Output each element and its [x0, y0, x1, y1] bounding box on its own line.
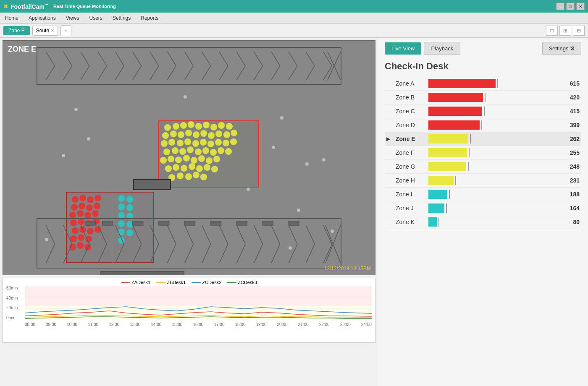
svg-line-11 [133, 66, 142, 80]
svg-rect-174 [236, 221, 247, 225]
svg-point-46 [170, 130, 177, 137]
menu-reports[interactable]: Reports [139, 14, 160, 22]
menu-views[interactable]: Views [64, 14, 81, 22]
tab-south[interactable]: South ✕ [32, 26, 58, 36]
zone-row-zonef[interactable]: Zone F255 [385, 146, 581, 160]
svg-point-102 [69, 212, 76, 219]
svg-line-138 [98, 225, 107, 244]
svg-point-63 [223, 140, 229, 146]
zone-bar-1 [428, 93, 483, 102]
svg-point-48 [185, 130, 192, 136]
zone-row-zonek[interactable]: Zone K80 [385, 215, 581, 229]
svg-point-64 [230, 138, 237, 145]
zone-row-zoned[interactable]: Zone D399 [385, 118, 581, 132]
legend-zcdesk3: ZCDesk3 [227, 280, 257, 285]
settings-button[interactable]: Settings ⚙ [542, 42, 581, 55]
y-label-40: 40min [6, 296, 25, 300]
zone-bar-container-8 [428, 190, 559, 199]
svg-line-135 [63, 244, 72, 263]
bottom-rect [100, 271, 184, 275]
view-grid3-button[interactable]: ⊟ [573, 26, 585, 36]
zone-row-zonee[interactable]: ▶Zone E262 [385, 132, 581, 146]
menubar: Home Applications Views Users Settings R… [0, 13, 588, 23]
app-logo: ✖ [3, 3, 8, 10]
zone-divider-4 [470, 134, 471, 143]
floormap-label: ZONE E [8, 45, 36, 54]
zone-row-zoneh[interactable]: Zone H231 [385, 174, 581, 188]
zone-name-4: Zone E [396, 136, 425, 142]
zone-row-zonei[interactable]: Zone I188 [385, 188, 581, 201]
main-content: ZONE E 13/12/2018 13:15PM ZADesk1 ZBDesk… [0, 38, 588, 386]
svg-point-47 [178, 131, 184, 138]
svg-line-144 [150, 225, 159, 244]
add-tab-button[interactable]: + [60, 25, 71, 36]
x-label-21: 21:00 [298, 322, 309, 327]
minimize-button[interactable]: — [556, 3, 564, 10]
legend-zadesk1: ZADesk1 [121, 280, 150, 285]
person-dot [297, 209, 300, 212]
svg-point-98 [71, 204, 78, 211]
chart-area: ZADesk1 ZBDesk1 ZCDesk2 ZCDesk3 60min [3, 278, 375, 343]
svg-point-96 [87, 196, 94, 203]
svg-point-37 [173, 123, 179, 130]
person-dot [272, 146, 275, 149]
svg-point-100 [86, 204, 93, 211]
svg-point-41 [203, 122, 210, 128]
menu-home[interactable]: Home [3, 14, 20, 22]
svg-point-97 [94, 195, 101, 201]
zone-row-zonea[interactable]: Zone A615 [385, 77, 581, 91]
restore-button[interactable]: □ [566, 3, 575, 10]
svg-line-28 [289, 52, 297, 66]
svg-point-103 [77, 210, 84, 217]
svg-line-26 [271, 52, 280, 66]
svg-point-74 [160, 157, 167, 164]
zones-table: Zone A615Zone B420Zone C415Zone D399▶Zon… [385, 77, 581, 229]
person-dot [87, 137, 90, 141]
view-grid2-button[interactable]: ⊞ [559, 26, 571, 36]
svg-line-2 [63, 52, 72, 66]
svg-point-58 [184, 138, 191, 145]
svg-point-83 [173, 164, 179, 171]
svg-line-163 [306, 244, 315, 263]
playback-button[interactable]: Playback [424, 42, 460, 55]
menu-applications[interactable]: Applications [27, 14, 58, 22]
zone-row-zoneb[interactable]: Zone B420 [385, 91, 581, 104]
zone-row-zoneg[interactable]: Zone G248 [385, 160, 581, 174]
svg-line-13 [150, 66, 159, 80]
zone-divider-6 [468, 162, 469, 171]
chart-y-axis: 60min 40min 20min 0min [6, 286, 25, 328]
south-tab-close[interactable]: ✕ [51, 28, 54, 33]
zone-bar-10 [428, 217, 437, 227]
svg-rect-172 [185, 221, 195, 225]
close-button[interactable]: ✕ [576, 3, 585, 10]
svg-rect-177 [25, 286, 372, 306]
chart-legend: ZADesk1 ZBDesk1 ZCDesk2 ZCDesk3 [6, 280, 372, 285]
tab-zone-e[interactable]: Zone E [3, 26, 30, 35]
x-label-19: 19:00 [256, 322, 267, 327]
svg-line-0 [46, 52, 55, 66]
zone-row-zonec[interactable]: Zone C415 [385, 104, 581, 118]
svg-line-154 [236, 225, 245, 244]
live-view-button[interactable]: Live View [385, 42, 421, 55]
menu-users[interactable]: Users [88, 14, 104, 22]
svg-point-90 [177, 172, 184, 179]
svg-point-72 [218, 147, 224, 154]
zone-divider-0 [497, 79, 498, 88]
zone-name-7: Zone H [396, 177, 425, 184]
zone-divider-8 [449, 190, 450, 199]
svg-point-88 [211, 166, 218, 172]
tabbar: Zone E South ✕ + □ ⊞ ⊟ [0, 23, 588, 38]
x-label-11: 11:00 [88, 322, 98, 327]
menu-settings[interactable]: Settings [111, 14, 132, 22]
x-label-18: 18:00 [235, 322, 245, 327]
svg-line-27 [271, 66, 280, 80]
svg-point-76 [175, 156, 182, 163]
view-single-button[interactable]: □ [546, 26, 558, 36]
svg-rect-176 [289, 221, 299, 225]
svg-point-38 [180, 122, 187, 129]
zone-row-zonej[interactable]: Zone J164 [385, 201, 581, 215]
zone-count-4: 262 [563, 136, 580, 142]
zone-bar-5 [428, 148, 467, 157]
svg-line-159 [271, 244, 280, 263]
zone-divider-9 [446, 203, 447, 213]
